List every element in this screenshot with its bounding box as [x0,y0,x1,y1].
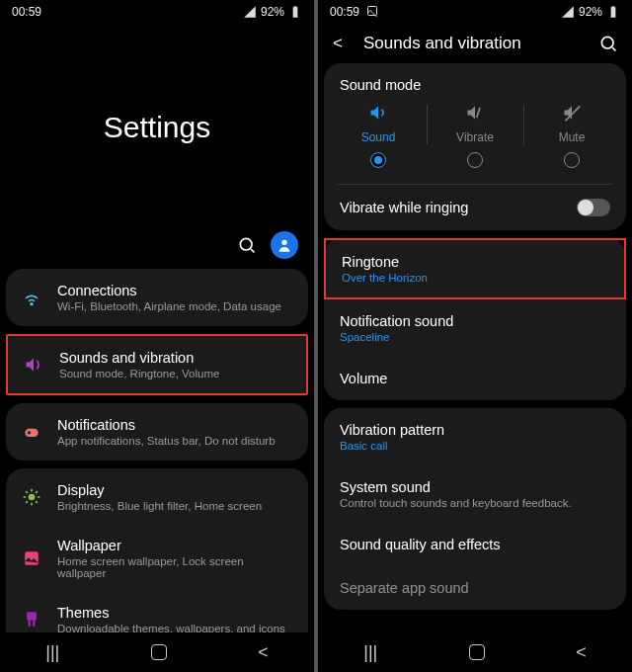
back-button[interactable]: < [576,642,587,663]
svg-point-8 [601,37,613,48]
row-ringtone[interactable]: Ringtone Over the Horizon [324,238,626,299]
row-sub: Control touch sounds and keyboard feedba… [340,497,572,509]
row-title: Volume [340,371,387,386]
signal-icon [243,5,257,19]
row-sub: Spaceline [340,331,453,343]
row-title: System sound [340,479,572,495]
image-icon [366,5,378,17]
row-sound-quality[interactable]: Sound quality and effects [324,523,626,566]
row-title: Vibrate while ringing [340,200,468,215]
radio-icon [564,152,580,168]
radio-icon [370,152,386,168]
row-vibrate-ringing[interactable]: Vibrate while ringing [324,185,626,230]
search-icon[interactable] [598,34,618,53]
row-notification-sound[interactable]: Notification sound Spaceline [324,299,626,357]
item-display[interactable]: Display Brightness, Blue light filter, H… [6,468,308,526]
settings-list: Connections Wi-Fi, Bluetooth, Airplane m… [0,269,314,632]
recent-button[interactable]: ||| [45,642,59,663]
signal-icon [561,5,575,19]
item-sub: App notifications, Status bar, Do not di… [57,435,294,447]
item-title: Connections [57,283,294,298]
page-title: Settings [0,24,314,231]
item-wallpaper[interactable]: Wallpaper Home screen wallpaper, Lock sc… [6,526,308,591]
item-sounds-vibration[interactable]: Sounds and vibration Sound mode, Rington… [8,336,306,393]
person-icon [276,237,292,253]
clock: 00:59 [330,5,378,19]
svg-point-5 [29,494,36,501]
battery-text: 92% [579,5,602,19]
svg-point-2 [31,303,33,305]
sound-rows-1: Ringtone Over the Horizon Notification s… [324,238,626,400]
row-title: Separate app sound [340,580,469,596]
mode-mute[interactable]: Mute [523,103,620,168]
sound-icon [24,355,43,375]
toggle-off[interactable] [577,199,610,216]
item-sub: Home screen wallpaper, Lock screen wallp… [57,555,294,579]
panel-title: Sound mode [324,63,626,101]
wifi-icon [22,288,41,307]
status-bar: 00:59 92% [0,0,314,24]
wallpaper-icon [23,549,40,567]
battery-icon [288,5,302,19]
item-sub: Wi-Fi, Bluetooth, Airplane mode, Data us… [57,300,294,312]
notification-icon [22,422,41,442]
row-system-sound[interactable]: System sound Control touch sounds and ke… [324,465,626,523]
page-title: Sounds and vibration [363,34,583,53]
mode-vibrate[interactable]: Vibrate [427,103,523,168]
vibrate-icon [465,103,485,123]
back-icon[interactable]: < [328,34,348,53]
row-title: Sound quality and effects [340,537,501,552]
item-title: Themes [57,605,294,621]
back-button[interactable]: < [258,642,269,663]
sound-mode-panel: Sound mode Sound Vibrate Mute Vibrate wh… [324,63,626,230]
svg-rect-6 [25,551,39,565]
svg-rect-3 [25,429,38,437]
brightness-icon [22,487,41,507]
svg-point-4 [28,431,31,434]
row-sub: Over the Horizon [342,272,428,284]
nav-bar: ||| < [0,632,314,672]
row-title: Ringtone [342,254,428,270]
mode-label: Sound [361,130,396,144]
item-title: Sounds and vibration [59,350,292,366]
row-title: Notification sound [340,313,453,329]
phone-left: 00:59 92% Settings Connections Wi-Fi, Bl… [0,0,314,672]
row-vibration-pattern[interactable]: Vibration pattern Basic call [324,408,626,465]
radio-icon [467,152,483,168]
item-notifications[interactable]: Notifications App notifications, Status … [6,403,308,461]
status-right: 92% [561,5,620,19]
row-separate-app-sound[interactable]: Separate app sound [324,566,626,610]
nav-bar: ||| < [318,632,632,672]
svg-point-1 [281,240,286,245]
battery-icon [606,5,620,19]
row-title: Vibration pattern [340,422,444,438]
item-sub: Sound mode, Ringtone, Volume [59,368,292,379]
status-right: 92% [243,5,302,19]
row-sub: Basic call [340,440,444,452]
item-themes[interactable]: Themes Downloadable themes, wallpapers, … [6,591,308,632]
sound-rows-2: Vibration pattern Basic call System soun… [324,408,626,610]
mode-sound[interactable]: Sound [330,103,427,168]
mode-label: Vibrate [456,130,494,144]
home-button[interactable] [151,644,167,660]
app-bar: < Sounds and vibration [318,24,632,63]
status-bar: 00:59 92% [318,0,632,24]
item-title: Display [57,482,294,498]
profile-button[interactable] [271,231,298,259]
search-row [0,231,314,269]
row-volume[interactable]: Volume [324,357,626,400]
home-button[interactable] [469,644,485,660]
recent-button[interactable]: ||| [363,642,377,663]
mute-icon [562,103,582,123]
item-sub: Downloadable themes, wallpapers, and ico… [57,623,294,632]
clock: 00:59 [12,5,41,19]
sound-icon [368,103,388,123]
svg-point-0 [240,238,252,250]
item-title: Wallpaper [57,538,294,553]
themes-icon [23,611,40,629]
item-connections[interactable]: Connections Wi-Fi, Bluetooth, Airplane m… [6,269,308,326]
search-icon[interactable] [237,235,257,255]
item-title: Notifications [57,417,294,433]
mode-label: Mute [559,130,586,144]
battery-text: 92% [261,5,284,19]
